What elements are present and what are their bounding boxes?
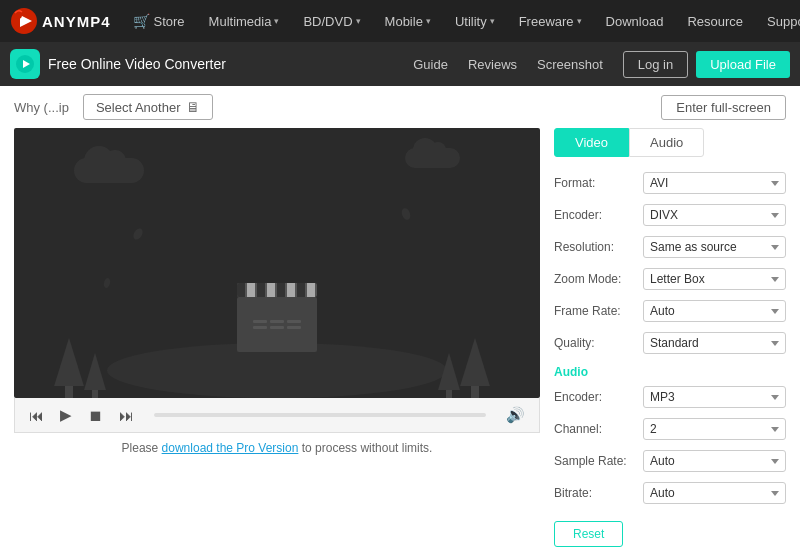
zoom-mode-row: Zoom Mode: Letter Box xyxy=(554,263,786,295)
toolbar-row: Why (...ip Select Another 🖥 Enter full-s… xyxy=(14,86,786,128)
progress-bar[interactable] xyxy=(154,413,486,417)
sample-rate-select[interactable]: Auto xyxy=(643,450,786,472)
bottom-text: Please download the Pro Version to proce… xyxy=(14,433,540,459)
sub-nav-links: Guide Reviews Screenshot xyxy=(413,57,603,72)
why-text: Why (...ip xyxy=(14,100,69,115)
video-tab[interactable]: Video xyxy=(554,128,629,157)
encoder-label: Encoder: xyxy=(554,208,639,222)
top-nav: ANYMP4 🛒 Store Multimedia ▾ BD/DVD ▾ Mob… xyxy=(0,0,800,42)
audio-settings: Encoder: MP3 Channel: 2 Sample Rate: Aut… xyxy=(554,381,786,509)
nav-utility[interactable]: Utility ▾ xyxy=(445,0,505,42)
video-player xyxy=(14,128,540,398)
nav-bddvd[interactable]: BD/DVD ▾ xyxy=(293,0,370,42)
quality-label: Quality: xyxy=(554,336,639,350)
channel-label: Channel: xyxy=(554,422,639,436)
quality-select[interactable]: Standard xyxy=(643,332,786,354)
video-controls: ⏮ ▶ ⏹ ⏭ 🔊 xyxy=(14,398,540,433)
format-tabs: Video Audio xyxy=(554,128,786,157)
audio-tab[interactable]: Audio xyxy=(629,128,704,157)
bitrate-label: Bitrate: xyxy=(554,486,639,500)
channel-select[interactable]: 2 xyxy=(643,418,786,440)
bitrate-select[interactable]: Auto xyxy=(643,482,786,504)
brand-logo[interactable]: ANYMP4 xyxy=(10,7,111,35)
sub-login-button[interactable]: Log in xyxy=(623,51,688,78)
screenshot-link[interactable]: Screenshot xyxy=(537,57,603,72)
encoder-select[interactable]: DIVX xyxy=(643,204,786,226)
caret-icon: ▾ xyxy=(577,16,582,26)
guide-link[interactable]: Guide xyxy=(413,57,448,72)
content-row: ⏮ ▶ ⏹ ⏭ 🔊 Please download the Pro Versio… xyxy=(14,128,786,554)
format-row: Format: AVI xyxy=(554,167,786,199)
caret-icon: ▾ xyxy=(274,16,279,26)
sample-rate-row: Sample Rate: Auto xyxy=(554,445,786,477)
brand-name: ANYMP4 xyxy=(42,13,111,30)
caret-icon: ▾ xyxy=(490,16,495,26)
nav-download[interactable]: Download xyxy=(596,0,674,42)
resolution-select[interactable]: Same as source xyxy=(643,236,786,258)
nav-resource[interactable]: Resource xyxy=(677,0,753,42)
pro-version-link[interactable]: download the Pro Version xyxy=(162,441,299,455)
format-select[interactable]: AVI xyxy=(643,172,786,194)
format-label: Format: xyxy=(554,176,639,190)
video-settings: Format: AVI Encoder: DIVX Resolution: Sa… xyxy=(554,167,786,359)
clapperboard-icon xyxy=(237,283,317,348)
main-area: Why (...ip Select Another 🖥 Enter full-s… xyxy=(0,86,800,554)
video-player-container: ⏮ ▶ ⏹ ⏭ 🔊 Please download the Pro Versio… xyxy=(14,128,540,459)
monitor-icon: 🖥 xyxy=(186,99,200,115)
frame-rate-select[interactable]: Auto xyxy=(643,300,786,322)
caret-icon: ▾ xyxy=(356,16,361,26)
caret-icon: ▾ xyxy=(426,16,431,26)
frame-rate-label: Frame Rate: xyxy=(554,304,639,318)
rewind-button[interactable]: ⏮ xyxy=(27,405,46,426)
nav-mobile[interactable]: Mobile ▾ xyxy=(375,0,441,42)
channel-row: Channel: 2 xyxy=(554,413,786,445)
app-title: Free Online Video Converter xyxy=(48,56,226,72)
nav-store[interactable]: 🛒 Store xyxy=(123,0,195,42)
quality-row: Quality: Standard xyxy=(554,327,786,359)
audio-encoder-select[interactable]: MP3 xyxy=(643,386,786,408)
sub-nav-logo: Free Online Video Converter xyxy=(10,49,413,79)
fullscreen-button[interactable]: Enter full-screen xyxy=(661,95,786,120)
resolution-label: Resolution: xyxy=(554,240,639,254)
encoder-row: Encoder: DIVX xyxy=(554,199,786,231)
audio-section-label: Audio xyxy=(554,359,786,381)
audio-encoder-row: Encoder: MP3 xyxy=(554,381,786,413)
sample-rate-label: Sample Rate: xyxy=(554,454,639,468)
settings-panel: Video Audio Format: AVI Encoder: DIVX xyxy=(554,128,786,554)
play-button[interactable]: ▶ xyxy=(58,404,74,426)
nav-support[interactable]: Support xyxy=(757,0,800,42)
nav-freeware[interactable]: Freeware ▾ xyxy=(509,0,592,42)
volume-button[interactable]: 🔊 xyxy=(504,404,527,426)
frame-rate-row: Frame Rate: Auto xyxy=(554,295,786,327)
stop-button[interactable]: ⏹ xyxy=(86,405,105,426)
sub-nav: Free Online Video Converter Guide Review… xyxy=(0,42,800,86)
upload-file-button[interactable]: Upload File xyxy=(696,51,790,78)
reset-button[interactable]: Reset xyxy=(554,521,623,547)
nav-multimedia[interactable]: Multimedia ▾ xyxy=(199,0,290,42)
resolution-row: Resolution: Same as source xyxy=(554,231,786,263)
zoom-mode-select[interactable]: Letter Box xyxy=(643,268,786,290)
reviews-link[interactable]: Reviews xyxy=(468,57,517,72)
store-icon: 🛒 xyxy=(133,13,150,29)
app-logo-icon xyxy=(10,49,40,79)
sub-nav-buttons: Log in Upload File xyxy=(623,51,790,78)
select-another-button[interactable]: Select Another 🖥 xyxy=(83,94,214,120)
bitrate-row: Bitrate: Auto xyxy=(554,477,786,509)
audio-encoder-label: Encoder: xyxy=(554,390,639,404)
fast-forward-button[interactable]: ⏭ xyxy=(117,405,136,426)
zoom-mode-label: Zoom Mode: xyxy=(554,272,639,286)
